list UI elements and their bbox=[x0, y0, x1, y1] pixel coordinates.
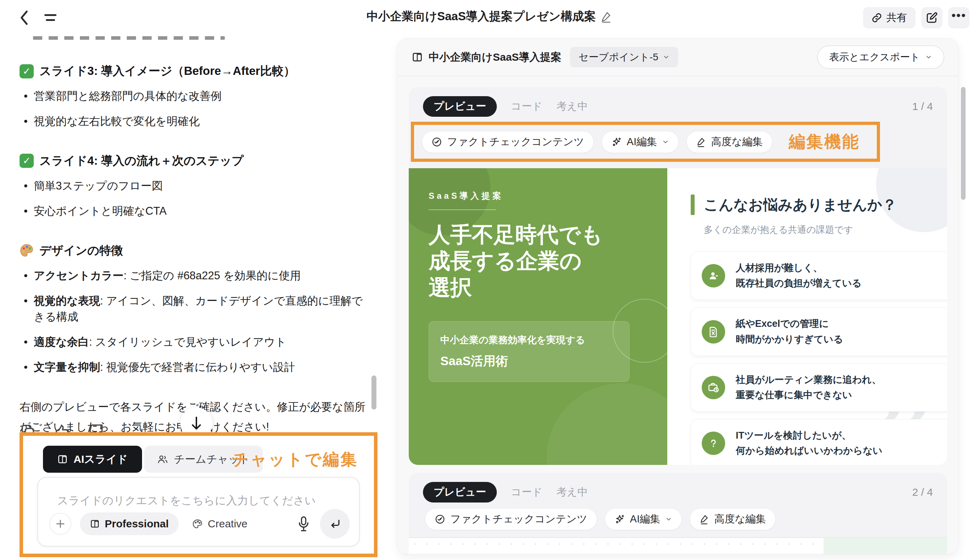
copy-icon[interactable] bbox=[20, 423, 36, 433]
topbar-actions: 共有 ••• bbox=[863, 7, 970, 28]
preview-panel: 中小企業向けSaaS導入提案 セーブポイント-5 表示とエクスポート プレビュー… bbox=[383, 0, 978, 560]
slide2-green-panel bbox=[824, 538, 947, 554]
bullet-item: 視覚的な表現: アイコン、図解、カードデザインで直感的に理解できる構成 bbox=[20, 293, 371, 325]
check-emoji-icon: ✓ bbox=[20, 64, 34, 78]
input-placeholder: スライドのリクエストをこちらに入力してください bbox=[38, 478, 359, 508]
share-button[interactable]: 共有 bbox=[863, 7, 916, 28]
person-icon bbox=[702, 264, 725, 287]
tab-thinking[interactable]: 考え中 bbox=[557, 99, 588, 113]
input-toolbar: Professional Creative bbox=[49, 509, 350, 539]
slide4-bullets: 簡単3ステップのフロー図 安心ポイントと明確なCTA bbox=[20, 178, 365, 219]
plus-icon bbox=[55, 518, 66, 529]
slide1-subheading: 多くの企業が抱える共通の課題です bbox=[704, 223, 926, 236]
tab-code[interactable]: コード bbox=[511, 485, 542, 499]
advanced-edit-button[interactable]: 高度な編集 bbox=[686, 131, 772, 153]
chat-input-annotation-box: AIスライド チームチャット チャットで編集 スライドのリクエストをこちらに入力… bbox=[20, 432, 378, 557]
slide1-right-panel: ” こんなお悩みありませんか？ 多くの企業が抱える共通の課題です bbox=[667, 168, 947, 465]
chevron-down-icon bbox=[925, 53, 932, 61]
check-circle-icon bbox=[435, 514, 445, 525]
people-icon bbox=[157, 454, 168, 465]
pain-card-3: 社員がルーティン業務に追われ、重要な仕事に集中できない bbox=[691, 363, 947, 412]
edit-annotation-label: 編集機能 bbox=[789, 131, 860, 153]
voice-input-button[interactable] bbox=[296, 515, 311, 533]
pain-card-4: ITツールを検討したいが、何から始めればいいかわからない bbox=[691, 419, 947, 465]
pain-card-1: 人材採用が難しく、既存社員の負担が増えている bbox=[691, 252, 947, 300]
slide-card-1: プレビュー コード 考え中 1 / 4 ファクトチェックコンテンツ AI編集 bbox=[409, 87, 947, 465]
bullet-item: 簡単3ステップのフロー図 bbox=[20, 178, 371, 194]
ai-edit-button[interactable]: AI編集 bbox=[605, 508, 682, 530]
palette-icon bbox=[192, 518, 203, 529]
link-icon bbox=[871, 12, 882, 23]
tab-code[interactable]: コード bbox=[511, 99, 542, 113]
presentation-title: 中小企業向けSaaS導入提案 bbox=[411, 50, 562, 65]
tab-preview[interactable]: プレビュー bbox=[423, 96, 497, 117]
slide1-heading: こんなお悩みありませんか？ bbox=[704, 195, 897, 215]
sparkle-icon bbox=[611, 137, 622, 147]
slide2-page-indicator: 2 / 4 bbox=[912, 486, 933, 498]
heading-accent-bar bbox=[691, 195, 695, 215]
more-menu-button[interactable]: ••• bbox=[948, 7, 970, 28]
slide1-subtitle-box: 中小企業の業務効率化を実現する SaaS活用術 bbox=[429, 321, 630, 382]
edit-square-icon bbox=[926, 12, 938, 24]
palette-emoji-icon bbox=[20, 243, 34, 258]
thumbs-up-icon[interactable] bbox=[54, 423, 70, 433]
share-label: 共有 bbox=[886, 11, 907, 25]
slide2-preview[interactable]: VALUE PROPOSITION bbox=[409, 537, 947, 554]
slides-icon bbox=[57, 454, 68, 465]
add-attachment-button[interactable] bbox=[49, 513, 71, 535]
chevron-down-icon bbox=[662, 138, 669, 145]
rename-pencil-icon[interactable] bbox=[601, 11, 612, 23]
export-dropdown[interactable]: 表示とエクスポート bbox=[817, 45, 944, 69]
sidebar-toggle-button[interactable] bbox=[43, 10, 58, 25]
mode-professional-button[interactable]: Professional bbox=[80, 512, 179, 535]
bullet-item: 安心ポイントと明確なCTA bbox=[20, 203, 371, 219]
tab-ai-slides[interactable]: AIスライド bbox=[43, 446, 142, 473]
presentation-header: 中小企業向けSaaS導入提案 セーブポイント-5 表示とエクスポート bbox=[397, 39, 958, 76]
slide1-preview[interactable]: SaaS導入提案 人手不足時代でも 成長する企業の 選択 中小企業の業務効率化を… bbox=[409, 168, 947, 465]
design-bullets: アクセントカラー: ご指定の #68a225 を効果的に使用 視覚的な表現: ア… bbox=[20, 268, 365, 375]
check-emoji-icon: ✓ bbox=[20, 154, 34, 168]
tab-thinking[interactable]: 考え中 bbox=[557, 485, 588, 499]
tag-underline bbox=[429, 209, 496, 210]
pain-card-2: 紙やExcelでの管理に時間がかかりすぎている bbox=[691, 307, 947, 356]
factcheck-button[interactable]: ファクトチェックコンテンツ bbox=[425, 508, 597, 530]
slide-card-2: プレビュー コード 考え中 2 / 4 ファクトチェックコンテンツ AI編集 bbox=[409, 473, 947, 554]
slide1-tag: SaaS導入提案 bbox=[429, 190, 667, 202]
chat-panel: ✓ スライド3: 導入イメージ（Before→After比較） 営業部門と総務部… bbox=[0, 34, 383, 560]
design-heading: デザインの特徴 bbox=[20, 243, 365, 259]
tab-preview[interactable]: プレビュー bbox=[423, 482, 497, 503]
message-action-icons bbox=[20, 423, 104, 433]
slide-request-input[interactable]: スライドのリクエストをこちらに入力してください Professional Cre… bbox=[37, 477, 360, 547]
page-title: 中小企業向けSaaS導入提案プレゼン構成案 bbox=[366, 8, 596, 25]
slides-icon bbox=[90, 519, 100, 529]
question-icon bbox=[702, 432, 725, 455]
chat-tabs: AIスライド チームチャット bbox=[43, 446, 263, 473]
savepoint-dropdown[interactable]: セーブポイント-5 bbox=[570, 47, 678, 67]
ai-edit-button[interactable]: AI編集 bbox=[602, 131, 679, 153]
circle-decoration bbox=[547, 383, 667, 465]
slide1-tabs: プレビュー コード 考え中 1 / 4 bbox=[409, 87, 947, 117]
back-button[interactable] bbox=[16, 10, 32, 25]
slide3-bullets: 営業部門と総務部門の具体的な改善例 視覚的な左右比較で変化を明確化 bbox=[20, 88, 365, 130]
preview-scrollbar[interactable] bbox=[961, 87, 966, 200]
slides-icon bbox=[411, 52, 423, 63]
slide1-page-indicator: 1 / 4 bbox=[912, 100, 933, 112]
pencil-icon bbox=[696, 137, 706, 147]
chat-scrollbar[interactable] bbox=[371, 375, 376, 410]
edit-tools-annotation-box: ファクトチェックコンテンツ AI編集 高度な編集 編集機能 bbox=[411, 122, 880, 162]
sparkle-icon bbox=[614, 514, 625, 525]
advanced-edit-button[interactable]: 高度な編集 bbox=[690, 508, 776, 530]
factcheck-button[interactable]: ファクトチェックコンテンツ bbox=[422, 131, 594, 153]
slides-scroll-area: プレビュー コード 考え中 1 / 4 ファクトチェックコンテンツ AI編集 bbox=[397, 77, 958, 554]
pain-point-cards: 人材採用が難しく、既存社員の負担が増えている 紙やExcelでの管理に時間がかか… bbox=[691, 252, 926, 465]
send-button[interactable] bbox=[320, 509, 350, 539]
pencil-icon bbox=[699, 514, 709, 525]
bullet-item: 文字量を抑制: 視覚優先で経営者に伝わりやすい設計 bbox=[20, 360, 371, 375]
thumbs-down-icon[interactable] bbox=[88, 423, 104, 433]
presentation-card: 中小企業向けSaaS導入提案 セーブポイント-5 表示とエクスポート プレビュー… bbox=[397, 38, 959, 554]
briefcase-clock-icon bbox=[702, 376, 725, 399]
slide1-title: 人手不足時代でも 成長する企業の 選択 bbox=[429, 222, 667, 301]
microphone-icon bbox=[298, 516, 310, 532]
mode-creative-button[interactable]: Creative bbox=[187, 518, 252, 530]
new-edit-button[interactable] bbox=[921, 7, 943, 28]
